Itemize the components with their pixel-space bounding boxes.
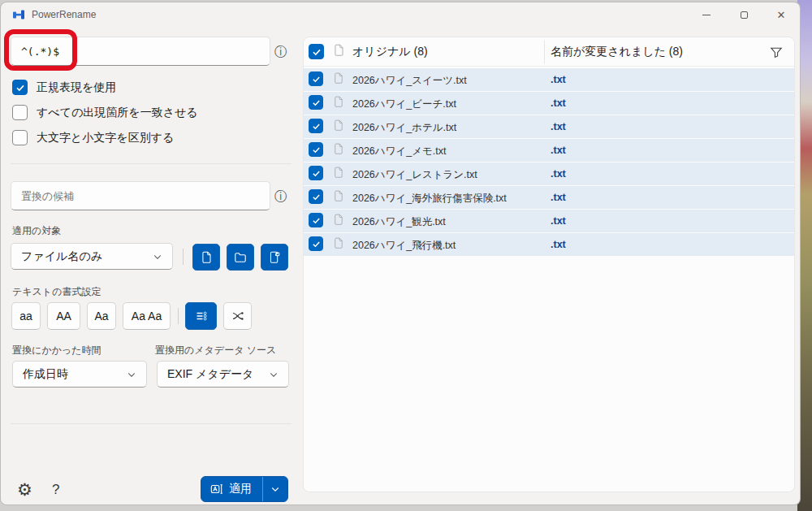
original-column-header: オリジナル (8) xyxy=(352,45,428,59)
powerrename-window: PowerRename ✕ ⓘ 正規表現を使用 すべての出現箇所を一致させる 大… xyxy=(0,2,801,505)
include-folders-button[interactable] xyxy=(227,244,254,271)
original-file-name: 2026ハワイ_海外旅行傷害保険.txt xyxy=(352,192,507,206)
maximize-button[interactable] xyxy=(725,2,762,27)
file-row[interactable]: 2026ハワイ_飛行機.txt .txt xyxy=(304,233,794,256)
renamed-column-header: 名前が変更されました (8) xyxy=(551,45,683,59)
annotation-highlight-rectangle xyxy=(4,29,77,71)
renamed-file-name: .txt xyxy=(551,121,566,132)
rename-icon xyxy=(210,483,223,496)
original-file-name: 2026ハワイ_ホテル.txt xyxy=(352,121,456,135)
time-source-dropdown[interactable]: 作成日時 xyxy=(12,361,147,388)
file-icon xyxy=(333,96,344,107)
replace-input[interactable] xyxy=(11,181,270,210)
metadata-source-selected: EXIF メタデータ xyxy=(167,367,253,382)
option-match-all-occurrences[interactable]: すべての出現箇所を一致させる xyxy=(12,105,198,120)
renamed-file-name: .txt xyxy=(551,74,566,85)
replace-info-icon[interactable]: ⓘ xyxy=(274,188,287,206)
window-controls: ✕ xyxy=(688,2,800,27)
title-bar[interactable]: PowerRename ✕ xyxy=(1,2,800,27)
row-checkbox[interactable] xyxy=(309,142,323,157)
row-checkbox[interactable] xyxy=(309,119,323,133)
original-file-name: 2026ハワイ_ビーチ.txt xyxy=(352,97,456,111)
renamed-file-name: .txt xyxy=(551,168,566,180)
apply-options-chevron[interactable] xyxy=(263,477,287,501)
help-button[interactable]: ? xyxy=(52,482,59,498)
row-checkbox[interactable] xyxy=(309,236,323,251)
separator xyxy=(183,249,184,265)
file-row[interactable]: 2026ハワイ_海外旅行傷害保険.txt .txt xyxy=(304,186,794,209)
close-button[interactable]: ✕ xyxy=(762,2,800,27)
option-label: すべての出現箇所を一致させる xyxy=(37,106,198,120)
titlecase-button[interactable]: Aa xyxy=(87,302,116,330)
divider xyxy=(11,163,292,164)
minimize-button[interactable] xyxy=(688,2,725,27)
chevron-down-icon xyxy=(269,370,279,379)
close-icon: ✕ xyxy=(777,9,786,21)
filter-icon[interactable] xyxy=(770,45,783,58)
include-files-button[interactable] xyxy=(192,244,220,271)
renamed-file-name: .txt xyxy=(551,215,566,227)
file-row[interactable]: 2026ハワイ_メモ.txt .txt xyxy=(304,139,794,162)
row-checkbox[interactable] xyxy=(309,95,323,110)
uppercase-button[interactable]: AA xyxy=(47,302,80,330)
file-row[interactable]: 2026ハワイ_ビーチ.txt .txt xyxy=(304,92,794,115)
file-icon xyxy=(201,251,213,263)
file-icon xyxy=(333,119,344,131)
divider xyxy=(11,423,292,424)
file-icon xyxy=(333,237,344,249)
file-icon xyxy=(333,214,344,225)
renamed-file-name: .txt xyxy=(551,145,566,156)
apply-button[interactable]: 適用 xyxy=(201,477,263,501)
renamed-file-name: .txt xyxy=(551,239,566,250)
file-row[interactable]: 2026ハワイ_観光.txt .txt xyxy=(304,210,794,232)
lowercase-button[interactable]: aa xyxy=(11,302,41,330)
original-file-name: 2026ハワイ_観光.txt xyxy=(352,215,446,229)
row-checkbox[interactable] xyxy=(309,189,323,204)
file-icon xyxy=(333,44,345,56)
row-checkbox[interactable] xyxy=(309,166,323,180)
file-icon xyxy=(333,190,344,201)
maximize-icon xyxy=(741,11,748,19)
file-row[interactable]: 2026ハワイ_ホテル.txt .txt xyxy=(304,115,794,138)
original-file-name: 2026ハワイ_スイーツ.txt xyxy=(352,74,467,88)
settings-gear-icon[interactable]: ⚙ xyxy=(17,480,32,500)
checkbox-unchecked-icon[interactable] xyxy=(12,130,28,145)
shuffle-icon xyxy=(231,310,244,323)
checkbox-checked-icon[interactable] xyxy=(12,80,28,95)
checkbox-unchecked-icon[interactable] xyxy=(12,105,28,120)
apply-label: 適用 xyxy=(229,482,252,496)
apply-to-dropdown[interactable]: ファイル名のみ xyxy=(11,243,173,270)
enumerate-items-button[interactable] xyxy=(185,302,217,330)
row-checkbox[interactable] xyxy=(309,213,323,227)
capitalize-button[interactable]: Aa Aa xyxy=(123,302,171,330)
file-list-panel: オリジナル (8) 名前が変更されました (8) 2026ハワイ_スイーツ.tx… xyxy=(303,37,795,492)
file-row[interactable]: 2026ハワイ_レストラン.txt .txt xyxy=(304,162,794,185)
apply-split-button[interactable]: 適用 xyxy=(201,476,288,502)
renamed-file-name: .txt xyxy=(551,97,566,109)
file-icon xyxy=(333,167,344,178)
file-extension-icon xyxy=(269,251,281,263)
option-use-regex[interactable]: 正規表現を使用 xyxy=(12,80,116,95)
row-checkbox[interactable] xyxy=(309,71,323,86)
randomize-items-button[interactable] xyxy=(223,302,252,330)
file-list-header: オリジナル (8) 名前が変更されました (8) xyxy=(304,37,794,67)
button-label: AA xyxy=(56,310,71,323)
original-file-name: 2026ハワイ_レストラン.txt xyxy=(352,168,477,182)
file-row[interactable]: 2026ハワイ_スイーツ.txt .txt xyxy=(304,68,794,91)
separator xyxy=(178,308,179,324)
search-info-icon[interactable]: ⓘ xyxy=(274,44,287,61)
chevron-down-icon xyxy=(127,370,136,379)
metadata-source-dropdown[interactable]: EXIF メタデータ xyxy=(157,361,289,388)
text-format-label: テキストの書式設定 xyxy=(12,285,101,299)
include-extensions-button[interactable] xyxy=(261,244,288,271)
select-all-checkbox[interactable] xyxy=(309,44,324,59)
window-title: PowerRename xyxy=(32,9,96,20)
enumerate-icon xyxy=(195,310,208,323)
option-case-sensitive[interactable]: 大文字と小文字を区別する xyxy=(12,130,174,145)
time-source-selected: 作成日時 xyxy=(23,367,68,382)
chevron-down-icon xyxy=(153,252,162,262)
column-separator xyxy=(544,41,545,63)
button-label: Aa Aa xyxy=(132,310,162,323)
renamed-file-name: .txt xyxy=(551,192,566,203)
button-label: aa xyxy=(19,310,32,323)
